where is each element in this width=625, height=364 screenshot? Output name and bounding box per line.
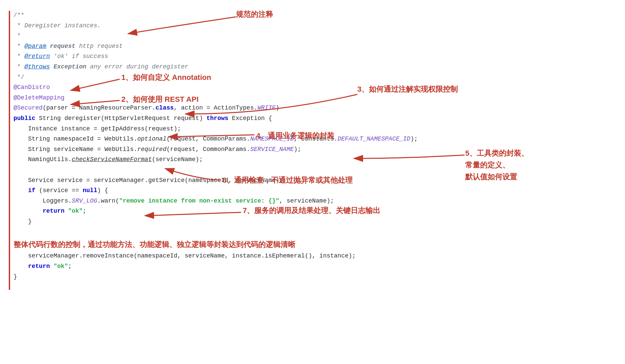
annotation-5c: 默认值如何设置 bbox=[465, 172, 517, 182]
annotation-5a: 5、工具类的封装、 bbox=[465, 148, 529, 158]
code-line-18: if (service == null) { bbox=[13, 185, 612, 196]
code-line-4: * @param request http request bbox=[13, 41, 612, 52]
code-line-16 bbox=[13, 165, 612, 175]
code-line-22 bbox=[13, 226, 612, 237]
code-line-24: return "ok"; bbox=[13, 261, 612, 272]
code-line-9: @DeleteMapping bbox=[13, 93, 612, 103]
code-line-3: * bbox=[13, 31, 612, 41]
code-line-7: */ bbox=[13, 72, 612, 83]
annotation-1: 1、如何自定义 Annotation bbox=[121, 72, 211, 83]
code-line-2: * Deregister instances. bbox=[13, 21, 612, 31]
code-line-1: /** bbox=[13, 10, 612, 21]
annotation-3: 3、如何通过注解实现权限控制 bbox=[357, 84, 458, 94]
code-area: /** * Deregister instances. * * @param r… bbox=[0, 0, 625, 292]
code-line-25: } bbox=[13, 272, 612, 282]
annotation-7: 7、服务的调用及结果处理、关键日志输出 bbox=[243, 206, 380, 216]
annotation-2: 2、如何使用 REST API bbox=[121, 94, 199, 104]
annotation-6: 6、通用检查，不通过抛异常或其他处理 bbox=[222, 175, 353, 185]
annotation-5b: 常量的定义、 bbox=[465, 160, 510, 170]
code-line-21: } bbox=[13, 216, 612, 227]
code-line-23: serviceManager.removeInstance(namespaceI… bbox=[13, 251, 612, 261]
bottom-annotation-label: 整体代码行数的控制，通过功能方法、功能逻辑、独立逻辑等封装达到代码的逻辑清晰 bbox=[13, 238, 612, 251]
code-line-8: @CanDistro bbox=[13, 82, 612, 93]
annotation-guifanzhuji: 规范的注释 bbox=[236, 9, 273, 20]
code-line-11: public String deregister(HttpServletRequ… bbox=[13, 113, 612, 124]
code-line-19: Loggers.SRV_LOG.warn("remove instance fr… bbox=[13, 196, 612, 206]
annotation-4: 4、通用业务逻辑的封装 bbox=[256, 131, 334, 141]
code-line-6: * @throws Exception any error during der… bbox=[13, 62, 612, 72]
code-line-10: @Secured(parser = NamingResourceParser.c… bbox=[13, 103, 612, 113]
code-line-5: * @return 'ok' if success bbox=[13, 51, 612, 62]
